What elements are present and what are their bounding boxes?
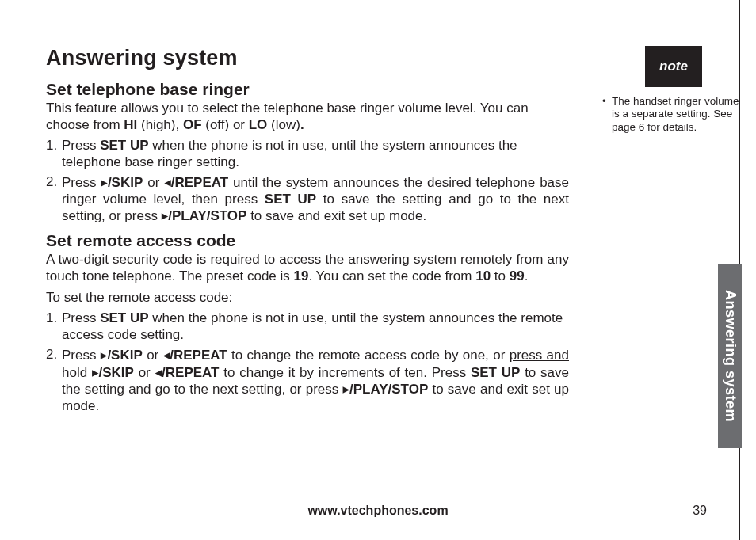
main-content: Answering system Set telephone base ring… <box>46 46 569 421</box>
step-number: 2. <box>46 174 57 191</box>
fast-forward-icon: ▸ <box>101 174 108 190</box>
section-tab-label: Answering system <box>722 290 739 422</box>
text: Press <box>62 175 101 190</box>
playstop-label: /PLAY/STOP <box>168 208 246 223</box>
setup-label: SET UP <box>471 365 520 380</box>
footer-url: www.vtechphones.com <box>0 504 756 518</box>
press-text: Press <box>432 365 471 380</box>
text: . <box>525 268 529 283</box>
text: or <box>134 365 155 380</box>
play-stop-icon: ▸ <box>343 381 350 397</box>
text: Press <box>62 310 100 325</box>
note-badge: note <box>645 46 702 87</box>
ringer-intro: This feature allows you to select the te… <box>46 101 569 133</box>
text: (high), <box>137 117 183 132</box>
list-item: 2. Press ▸/SKIP or ◂/REPEAT to change th… <box>46 347 569 415</box>
page-title: Answering system <box>46 46 569 70</box>
repeat-label: /REPEAT <box>171 175 228 190</box>
play-stop-icon: ▸ <box>162 207 169 223</box>
remote-steps: 1. Press SET UP when the phone is not in… <box>46 310 569 414</box>
playstop-label: PLAY/STOP <box>353 382 428 397</box>
note-sidebar: note • The handset ringer volume is a se… <box>602 46 745 134</box>
setup-label: SET UP <box>100 310 148 325</box>
note-item: • The handset ringer volume is a separat… <box>602 95 745 134</box>
page: Answering system Set telephone base ring… <box>0 0 756 540</box>
rewind-icon: ◂ <box>164 174 171 190</box>
text: to change the remote access code by one,… <box>227 348 510 363</box>
text: to <box>491 268 510 283</box>
hi-label: HI <box>124 117 137 132</box>
rewind-icon: ◂ <box>163 347 170 363</box>
skip-label: SKIP <box>102 365 134 380</box>
repeat-label: REPEAT <box>166 365 220 380</box>
text: (low) <box>267 117 300 132</box>
code-10: 10 <box>475 268 491 283</box>
text: . You can set the code from <box>308 268 475 283</box>
page-number: 39 <box>693 504 707 518</box>
ringer-steps: 1. Press SET UP when the phone is not in… <box>46 138 569 225</box>
step-number: 1. <box>46 138 57 154</box>
dot: . <box>300 117 304 132</box>
code-99: 99 <box>510 268 525 283</box>
list-item: 1. Press SET UP when the phone is not in… <box>46 310 569 343</box>
text: Press <box>62 138 100 153</box>
text: (off) or <box>202 117 249 132</box>
setup-label: SET UP <box>265 192 316 207</box>
section-tab: Answering system <box>718 264 742 448</box>
skip-label: SKIP <box>111 348 143 363</box>
step-number: 2. <box>46 347 57 363</box>
note-list: • The handset ringer volume is a separat… <box>602 95 745 134</box>
note-text: The handset ringer volume is a separate … <box>612 95 739 133</box>
footer: www.vtechphones.com 39 <box>0 504 756 518</box>
text: to change it by increments of ten. <box>220 365 432 380</box>
lo-label: LO <box>249 117 268 132</box>
list-item: 1. Press SET UP when the phone is not in… <box>46 138 569 170</box>
of-label: OF <box>183 117 202 132</box>
text: to save and exit set up mode. <box>246 208 426 223</box>
code-19: 19 <box>294 268 309 283</box>
section-heading-remote: Set remote access code <box>46 231 569 250</box>
repeat-label: REPEAT <box>174 348 227 363</box>
step-number: 1. <box>46 310 57 327</box>
remote-intro: A two-digit security code is required to… <box>46 252 569 284</box>
text: or <box>143 175 164 190</box>
list-item: 2. Press ▸/SKIP or ◂/REPEAT until the sy… <box>46 174 569 225</box>
text: or <box>143 348 163 363</box>
setup-label: SET UP <box>100 138 148 153</box>
note-label: note <box>659 59 688 74</box>
text: Press <box>62 348 101 363</box>
rewind-icon: ◂ <box>155 364 162 380</box>
bullet-icon: • <box>602 95 606 108</box>
remote-intro2: To set the remote access code: <box>46 290 569 306</box>
skip-label: /SKIP <box>108 175 143 190</box>
section-heading-ringer: Set telephone base ringer <box>46 80 569 99</box>
